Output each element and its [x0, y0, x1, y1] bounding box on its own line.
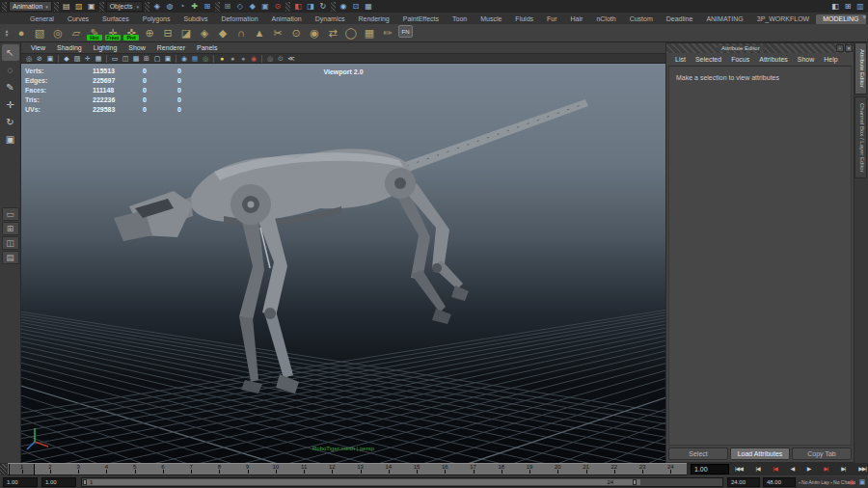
toggle-channel-box-icon[interactable]: ▥: [854, 1, 866, 13]
save-scene-icon[interactable]: ▣: [86, 1, 97, 13]
playback-range-block[interactable]: [83, 479, 640, 485]
shelf-tab-painteffects[interactable]: PaintEffects: [396, 14, 446, 24]
ambient-occlusion-icon[interactable]: ●: [238, 54, 248, 64]
select-all-icon[interactable]: ⊞: [202, 1, 213, 13]
boolean-icon[interactable]: ◈: [197, 25, 212, 41]
toggle-attribute-editor-icon[interactable]: ⊞: [842, 1, 854, 13]
attribute-editor-titlebar[interactable]: Attribute Editor ▫ ✕: [666, 43, 854, 53]
layout-four-pane[interactable]: ⊞: [2, 222, 19, 235]
shelf-tab-fluids[interactable]: Fluids: [508, 14, 540, 24]
image-plane-icon[interactable]: ▨: [72, 54, 82, 64]
sculpt-icon[interactable]: ✏: [380, 25, 395, 41]
shelf-tab-muscle[interactable]: Muscle: [474, 14, 508, 24]
shelf-tab-curves[interactable]: Curves: [61, 14, 95, 24]
auto-keyframe-icon[interactable]: ◉: [847, 477, 856, 487]
poly-cube-icon[interactable]: ▧: [32, 25, 47, 41]
shelf-menu-icon[interactable]: ▾: [862, 14, 866, 21]
resolution-gate-icon[interactable]: ◫: [121, 54, 130, 64]
shadows-icon[interactable]: ●: [228, 54, 237, 64]
poly-sphere-icon[interactable]: ●: [14, 25, 29, 41]
poly-plane-icon[interactable]: ▱: [68, 25, 84, 41]
sidebar-tab-attribute-editor[interactable]: Attribute Editor: [854, 42, 867, 95]
group-collapse-handle[interactable]: [145, 2, 149, 12]
combine-icon[interactable]: ⊕: [142, 25, 157, 41]
use-all-lights-icon[interactable]: ●: [217, 54, 227, 64]
shelf-tab-modeling[interactable]: MODELING: [816, 14, 865, 24]
ae-menu-list[interactable]: List: [670, 56, 691, 63]
group-collapse-handle[interactable]: [215, 2, 220, 12]
toggle-tool-settings-icon[interactable]: ◧: [829, 1, 841, 13]
group-collapse-handle[interactable]: [285, 2, 290, 12]
vp-menu-show[interactable]: Show: [122, 44, 151, 51]
step-forward-key-button[interactable]: ▶|: [824, 463, 827, 475]
multi-cut-icon[interactable]: ✂: [270, 25, 285, 41]
group-collapse-handle[interactable]: [331, 2, 336, 12]
step-forward-frame-button[interactable]: ▶|: [841, 463, 845, 475]
animation-preferences-icon[interactable]: ▣: [857, 477, 867, 487]
render-settings-icon[interactable]: ▦: [363, 1, 374, 13]
shelf-tab-polygons[interactable]: Polygons: [136, 14, 177, 24]
render-current-frame-icon[interactable]: ◉: [338, 1, 349, 13]
vp-menu-shading[interactable]: Shading: [51, 44, 88, 51]
play-forwards-button[interactable]: ▶: [807, 463, 811, 475]
animation-end-field[interactable]: 48.00: [763, 477, 796, 487]
freeze-transforms-icon[interactable]: ✛Freez: [105, 25, 121, 41]
selection-mask-dropdown[interactable]: Objects ▾: [106, 1, 143, 12]
separate-icon[interactable]: ⊟: [160, 25, 176, 41]
vp-menu-panels[interactable]: Panels: [191, 44, 223, 51]
shelf-tab-dynamics[interactable]: Dynamics: [309, 14, 352, 24]
vp-menu-renderer[interactable]: Renderer: [151, 44, 191, 51]
layout-single-pane[interactable]: ▭: [2, 207, 19, 221]
shelf-tab-rendering[interactable]: Rendering: [351, 14, 395, 24]
ipr-render-icon[interactable]: ⊡: [350, 1, 362, 13]
robot-cheetah-model[interactable]: [21, 64, 665, 463]
close-panel-icon[interactable]: ✕: [845, 44, 853, 52]
move-tool[interactable]: ✛: [2, 96, 19, 113]
select-tool[interactable]: ↖: [2, 44, 19, 61]
viewport-canvas[interactable]: Verts:11551300Edges:22569700Faces:111148…: [21, 64, 665, 463]
shelf-tab-deformation[interactable]: Deformation: [214, 14, 264, 24]
vp-menu-lighting[interactable]: Lighting: [88, 44, 123, 51]
load-attributes-button[interactable]: Load Attributes: [730, 447, 790, 460]
current-time-field[interactable]: 1.00: [691, 464, 729, 474]
wireframe-icon[interactable]: ◉: [179, 54, 189, 64]
play-backwards-button[interactable]: ◀: [790, 463, 794, 475]
range-start-handle[interactable]: [83, 479, 87, 485]
shaded-icon[interactable]: ▦: [190, 54, 200, 64]
select-hierarchy-icon[interactable]: ◈: [151, 1, 163, 13]
time-slider-handle[interactable]: [0, 464, 7, 474]
mirror-geometry-icon[interactable]: ⇄: [325, 25, 340, 41]
shelf-tab-custom[interactable]: Custom: [623, 14, 660, 24]
range-slider-bar[interactable]: 1 24: [81, 477, 723, 487]
paint-select-tool[interactable]: ✎: [2, 79, 19, 95]
sidebar-tab-channel-box-layer-editor[interactable]: Channel Box / Layer Editor: [854, 96, 867, 179]
construction-history-icon[interactable]: ↻: [317, 1, 329, 13]
make-live-icon[interactable]: ⊙: [272, 1, 284, 13]
anim-layer-dropdown[interactable]: ▾ No Anim Layer: [799, 477, 829, 487]
float-panel-icon[interactable]: ▫: [836, 44, 844, 52]
output-connections-icon[interactable]: ◨: [305, 1, 316, 13]
snap-to-plane-icon[interactable]: ▣: [259, 1, 271, 13]
ae-menu-focus[interactable]: Focus: [726, 56, 754, 63]
go-to-start-button[interactable]: |◀◀: [735, 463, 743, 475]
vp-menu-view[interactable]: View: [25, 44, 51, 51]
poly-cylinder-icon[interactable]: ◎: [50, 25, 66, 41]
shelf-tab-fur[interactable]: Fur: [540, 14, 564, 24]
step-back-key-button[interactable]: |◀: [773, 463, 777, 475]
layout-hypershade[interactable]: ▤: [2, 251, 19, 264]
lasso-tool[interactable]: ◌: [2, 62, 19, 78]
xray-icon[interactable]: ⊙: [276, 54, 285, 64]
group-collapse-handle[interactable]: [54, 2, 59, 12]
snap-to-point-icon[interactable]: ◆: [247, 1, 258, 13]
shelf-tab-general[interactable]: General: [23, 14, 61, 24]
field-chart-icon[interactable]: ⊞: [142, 54, 151, 64]
shelf-tab-deadline[interactable]: Deadline: [660, 14, 700, 24]
quad-draw-icon[interactable]: ▦: [362, 25, 377, 41]
lock-camera-icon[interactable]: ⊘: [35, 54, 44, 64]
copy-tab-button[interactable]: Copy Tab: [792, 447, 852, 460]
shelf-tab-hair[interactable]: Hair: [564, 14, 590, 24]
target-weld-icon[interactable]: ◉: [307, 25, 322, 41]
oversampling-icon[interactable]: ▦: [94, 54, 103, 64]
merge-vertices-icon[interactable]: ⊙: [288, 25, 304, 41]
2d-pan-zoom-icon[interactable]: ✛: [83, 54, 93, 64]
